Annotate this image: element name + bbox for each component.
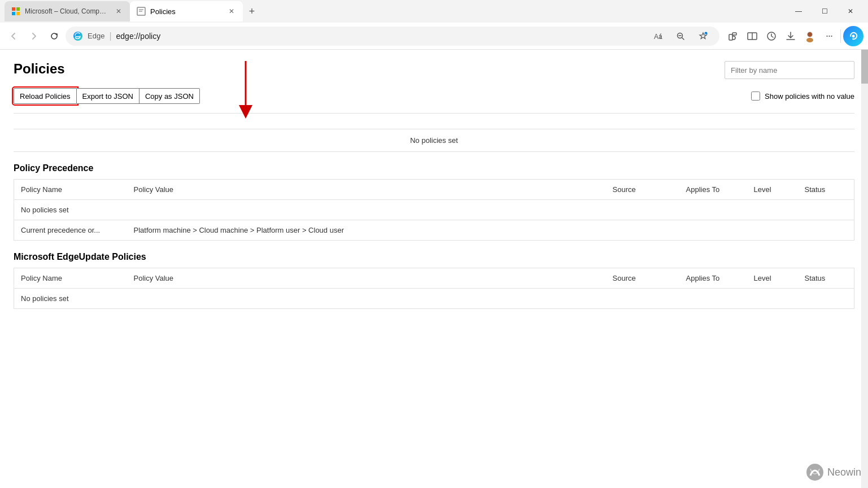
edgeupdate-col-source: Source [606, 268, 679, 289]
neowin-watermark: Neowin [806, 463, 861, 481]
reload-button[interactable] [45, 27, 63, 45]
edge-brand-label: Edge [88, 32, 104, 40]
svg-point-17 [806, 38, 813, 42]
no-policies-message-1: No policies set [14, 200, 854, 220]
toolbar-divider [840, 29, 841, 43]
col-status: Status [798, 180, 854, 200]
col-source: Source [606, 180, 679, 200]
address-separator: | [109, 31, 111, 41]
policy-precedence-title: Policy Precedence [14, 163, 854, 173]
scroll-col-5 [804, 117, 854, 125]
precedence-footer-row: Current precedence or... Platform machin… [14, 220, 854, 241]
downloads-button[interactable] [782, 27, 800, 45]
show-no-value-container: Show policies with no value [751, 91, 854, 101]
window-controls: — ☐ ✕ [786, 0, 863, 23]
col-applies-to: Applies To [679, 180, 747, 200]
edgeupdate-table: Policy Name Policy Value Source Applies … [14, 268, 854, 309]
svg-rect-11 [732, 33, 736, 35]
browser-window: Microsoft – Cloud, Computers, A ✕ Polici… [0, 0, 868, 488]
edgeupdate-title: Microsoft EdgeUpdate Policies [14, 252, 854, 262]
neowin-label: Neowin [827, 467, 861, 478]
scroll-col-3 [662, 117, 736, 125]
actions-toolbar: Reload Policies Export to JSON Copy as J… [14, 88, 854, 104]
close-button[interactable]: ✕ [838, 0, 863, 23]
bing-copilot-button[interactable] [843, 26, 863, 46]
tab-microsoft-label: Microsoft – Cloud, Computers, A [25, 7, 110, 15]
navigation-bar: Edge | Aa + [0, 23, 868, 50]
tab-policies-label: Policies [150, 7, 176, 16]
edge-logo-icon [73, 31, 83, 41]
title-bar: Microsoft – Cloud, Computers, A ✕ Polici… [0, 0, 868, 23]
settings-more-button[interactable]: ··· [820, 27, 838, 45]
reload-policies-button[interactable]: Reload Policies [14, 88, 77, 104]
policy-precedence-table: Policy Name Policy Value Source Applies … [14, 179, 854, 241]
neowin-logo-icon [806, 463, 824, 481]
tab-microsoft[interactable]: Microsoft – Cloud, Computers, A ✕ [5, 1, 130, 21]
table-row: No policies set [14, 200, 854, 220]
address-input[interactable] [116, 32, 644, 41]
minimize-button[interactable]: — [786, 0, 812, 23]
extensions-button[interactable] [724, 27, 742, 45]
new-tab-button[interactable]: + [243, 2, 261, 20]
copy-json-button[interactable]: Copy as JSON [139, 88, 200, 104]
page-content: Policies Reload Policies Export to JSON … [0, 50, 868, 488]
edgeupdate-col-policy-value: Policy Value [127, 268, 606, 289]
col-level: Level [747, 180, 798, 200]
page-title: Policies [14, 61, 65, 77]
forward-button[interactable] [25, 27, 43, 45]
edgeupdate-col-level: Level [747, 268, 798, 289]
edgeupdate-header-row: Policy Name Policy Value Source Applies … [14, 268, 854, 289]
page-header: Policies [14, 61, 854, 79]
vertical-scrollbar[interactable] [861, 50, 868, 488]
above-scroll-empty: No policies set [14, 129, 854, 152]
scroll-col-2 [127, 117, 662, 125]
tab-microsoft-close[interactable]: ✕ [114, 7, 123, 16]
profile-button[interactable] [801, 27, 819, 45]
svg-point-21 [806, 464, 823, 481]
svg-rect-10 [729, 34, 732, 40]
table-header-row: Policy Name Policy Value Source Applies … [14, 180, 854, 200]
read-aloud-button[interactable]: Aa [649, 27, 667, 45]
edgeupdate-col-status: Status [798, 268, 854, 289]
no-policies-message-2: No policies set [14, 289, 854, 309]
svg-line-6 [682, 38, 684, 40]
edgeupdate-col-policy-name: Policy Name [14, 268, 127, 289]
tab-policies[interactable]: Policies ✕ [130, 1, 243, 21]
split-screen-button[interactable] [743, 27, 761, 45]
col-policy-value: Policy Value [127, 180, 606, 200]
filter-input[interactable] [725, 61, 854, 79]
address-bar[interactable]: Edge | Aa + [66, 27, 719, 46]
export-json-button[interactable]: Export to JSON [77, 88, 139, 104]
tab-policies-close[interactable]: ✕ [227, 7, 236, 16]
precedence-label: Current precedence or... [14, 220, 127, 241]
svg-text:+: + [705, 32, 706, 35]
col-policy-name: Policy Name [14, 180, 127, 200]
scroll-col-4 [736, 117, 804, 125]
zoom-button[interactable] [671, 27, 690, 45]
favorites-button[interactable]: + [694, 27, 712, 45]
svg-point-19 [852, 34, 855, 37]
table-row: No policies set [14, 289, 854, 309]
maximize-button[interactable]: ☐ [812, 0, 838, 23]
show-no-value-label: Show policies with no value [765, 92, 854, 101]
show-no-value-checkbox[interactable] [751, 91, 760, 101]
browser-toolbar: ··· [724, 26, 863, 46]
scroll-col-1 [14, 117, 127, 125]
history-button[interactable] [762, 27, 780, 45]
svg-point-16 [808, 32, 812, 37]
ms-favicon [11, 7, 20, 16]
policies-favicon [137, 7, 146, 16]
precedence-value: Platform machine > Cloud machine > Platf… [127, 220, 854, 241]
scrollbar-thumb[interactable] [861, 50, 868, 84]
edgeupdate-col-applies-to: Applies To [679, 268, 747, 289]
back-button[interactable] [5, 27, 23, 45]
